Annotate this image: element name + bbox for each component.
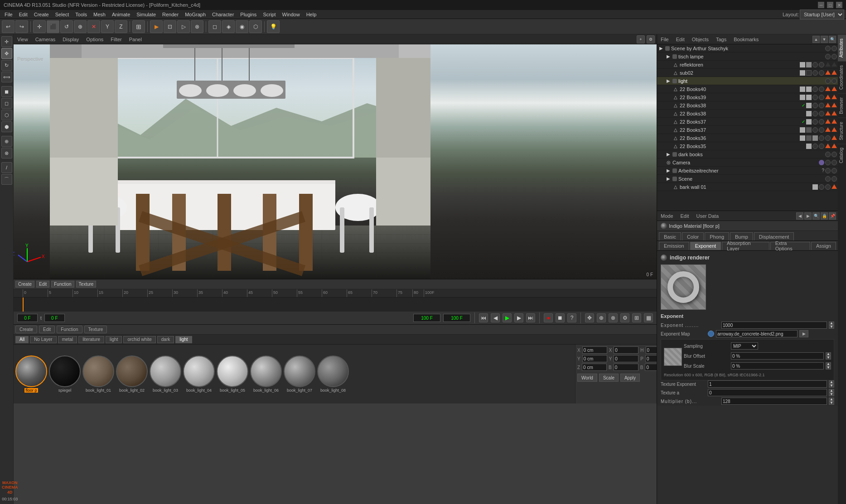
tex-a-input[interactable] bbox=[708, 389, 827, 396]
rewind-to-start-btn[interactable]: ⏮ bbox=[479, 313, 488, 322]
maximize-button[interactable]: □ bbox=[827, 2, 833, 8]
om-file[interactable]: File bbox=[659, 37, 671, 42]
current-frame-input2[interactable] bbox=[44, 314, 65, 322]
om-row-books38a[interactable]: △ 22 Books38 ✓ bbox=[657, 101, 838, 110]
y-rotation[interactable] bbox=[614, 355, 638, 362]
filter-orchid-white[interactable]: orchid white bbox=[123, 336, 155, 343]
menu-mograph[interactable]: MoGraph bbox=[182, 11, 208, 18]
cross-button[interactable]: ✕ bbox=[87, 20, 100, 33]
md1[interactable] bbox=[800, 127, 805, 133]
md1[interactable] bbox=[800, 95, 805, 100]
fps-input[interactable] bbox=[443, 314, 470, 322]
render-active-btn[interactable]: ▷ bbox=[177, 20, 190, 33]
vt-filter[interactable]: Filter bbox=[109, 37, 123, 42]
menu-script[interactable]: Script bbox=[260, 11, 278, 18]
model-mode[interactable]: ◼ bbox=[1, 86, 12, 97]
tab-phong[interactable]: Phong bbox=[705, 232, 729, 240]
ta-down[interactable]: ▼ bbox=[829, 393, 834, 396]
render-dot[interactable] bbox=[819, 86, 824, 92]
mat-texture-btn[interactable]: Texture bbox=[84, 326, 107, 333]
menu-simulate[interactable]: Simulate bbox=[134, 11, 159, 18]
tl-texture[interactable]: Texture bbox=[76, 281, 97, 288]
mat-dot-sub2[interactable] bbox=[806, 70, 812, 76]
am-edit[interactable]: Edit bbox=[679, 213, 691, 219]
bs-down[interactable]: ▼ bbox=[826, 366, 831, 370]
om-row-books37a[interactable]: △ 22 Books37 ✓ bbox=[657, 118, 838, 126]
render-dot[interactable] bbox=[831, 152, 837, 157]
filter-no-layer[interactable]: No Layer bbox=[30, 336, 57, 343]
play-btn[interactable]: ▶ bbox=[503, 313, 512, 322]
render-region-btn[interactable]: ⊡ bbox=[164, 20, 176, 33]
om-row-books35[interactable]: △ 22 Books35 bbox=[657, 142, 838, 150]
mat-sphere-book-light-07[interactable] bbox=[284, 355, 315, 387]
scene-mode[interactable]: ⬡ bbox=[1, 110, 12, 120]
md1[interactable] bbox=[806, 111, 812, 116]
b-val[interactable] bbox=[645, 364, 657, 371]
tab-absorption-layer[interactable]: Absorption Layer bbox=[722, 242, 769, 250]
mat-sphere-book-light-08[interactable] bbox=[317, 355, 349, 387]
del-key-btn[interactable]: ⊗ bbox=[609, 313, 618, 322]
z-rotation[interactable] bbox=[614, 364, 638, 371]
md1[interactable] bbox=[806, 144, 812, 149]
record-btn[interactable]: ● bbox=[544, 313, 553, 322]
am-user-data[interactable]: User Data bbox=[695, 213, 721, 219]
mat-sphere-book-light-01[interactable] bbox=[82, 355, 114, 387]
render-dot[interactable] bbox=[819, 70, 824, 76]
render-all-btn[interactable]: ⊗ bbox=[191, 20, 203, 33]
rst-coordinates[interactable]: Coordinates bbox=[838, 61, 846, 93]
exponent-down[interactable]: ▼ bbox=[829, 325, 834, 329]
am-fwd-btn[interactable]: ▶ bbox=[804, 212, 812, 220]
render-btn[interactable]: ▶ bbox=[150, 20, 163, 33]
vis-dot[interactable] bbox=[825, 168, 831, 173]
mat-sphere-floor-p[interactable] bbox=[15, 355, 47, 387]
vis-dot[interactable] bbox=[812, 119, 818, 125]
apply-button[interactable]: Apply bbox=[620, 374, 640, 382]
tl-create[interactable]: Create bbox=[15, 281, 34, 288]
om-row-dark-books[interactable]: ▶ dark books bbox=[657, 150, 838, 158]
vis-dot[interactable] bbox=[825, 54, 831, 59]
am-back-btn[interactable]: ◀ bbox=[796, 212, 803, 220]
mat-dot-ref2[interactable] bbox=[806, 62, 812, 67]
om-objects[interactable]: Objects bbox=[690, 37, 711, 42]
vis-dot[interactable] bbox=[825, 176, 831, 182]
h-val[interactable] bbox=[646, 346, 657, 354]
menu-character[interactable]: Character bbox=[209, 11, 237, 18]
render-dot[interactable] bbox=[831, 160, 837, 165]
vp-settings-btn[interactable]: ⚙ bbox=[647, 35, 655, 43]
grid-button[interactable]: ⊞ bbox=[132, 20, 145, 33]
tab-displacement[interactable]: Displacement bbox=[754, 232, 794, 240]
blur-scale-input[interactable] bbox=[731, 362, 824, 370]
render-dot[interactable] bbox=[819, 127, 824, 133]
stop-btn[interactable]: ⏹ bbox=[556, 313, 565, 322]
axis-btn[interactable]: ⊗ bbox=[1, 148, 12, 158]
om-row-books38b[interactable]: △ 22 Books38 bbox=[657, 110, 838, 118]
menu-plugins[interactable]: Plugins bbox=[237, 11, 259, 18]
am-pin-btn[interactable]: 📌 bbox=[829, 212, 836, 220]
tab-assign[interactable]: Assign bbox=[811, 242, 836, 250]
mat-item-book-light-01[interactable]: book_light_01 bbox=[82, 355, 114, 393]
add-key-btn[interactable]: ⊕ bbox=[597, 313, 606, 322]
p-val[interactable] bbox=[645, 355, 657, 362]
mat-edit-btn[interactable]: Edit bbox=[39, 326, 55, 333]
md1[interactable] bbox=[800, 135, 805, 141]
vt-display[interactable]: Display bbox=[61, 37, 81, 42]
display-btn1[interactable]: ◻ bbox=[208, 20, 221, 33]
menu-tools[interactable]: Tools bbox=[73, 11, 90, 18]
render-dot[interactable] bbox=[819, 103, 824, 108]
vis-dot[interactable] bbox=[812, 103, 818, 108]
new-object-button[interactable]: ✛ bbox=[33, 20, 46, 33]
cam-tag-dot[interactable] bbox=[819, 160, 824, 165]
om-row-camera[interactable]: ◎ Camera bbox=[657, 158, 838, 167]
vt-panel[interactable]: Panel bbox=[127, 37, 144, 42]
mat-dot-ref[interactable] bbox=[800, 62, 805, 67]
render-dot[interactable] bbox=[819, 144, 824, 149]
mat-function-btn[interactable]: Function bbox=[57, 326, 82, 333]
mat-item-book-light-03[interactable]: book_light_03 bbox=[150, 355, 181, 393]
vis-dot[interactable] bbox=[812, 95, 818, 100]
menu-animate[interactable]: Animate bbox=[109, 11, 133, 18]
om-row-books37b[interactable]: △ 22 Books37 bbox=[657, 126, 838, 134]
add-button[interactable]: ⊕ bbox=[74, 20, 87, 33]
render-dot[interactable] bbox=[819, 62, 824, 67]
sampling-select[interactable]: MIP bbox=[731, 342, 758, 350]
move-tool[interactable]: ✥ bbox=[1, 48, 12, 59]
